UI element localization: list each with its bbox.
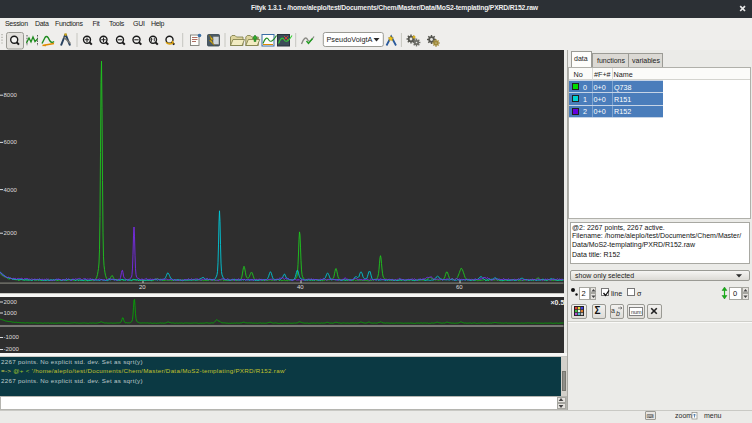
svg-text:num: num [631,308,642,314]
svg-text:a: a [611,307,615,314]
svg-text:PseudoVoigtA: PseudoVoigtA [327,35,373,44]
svg-text:b: b [616,310,620,317]
